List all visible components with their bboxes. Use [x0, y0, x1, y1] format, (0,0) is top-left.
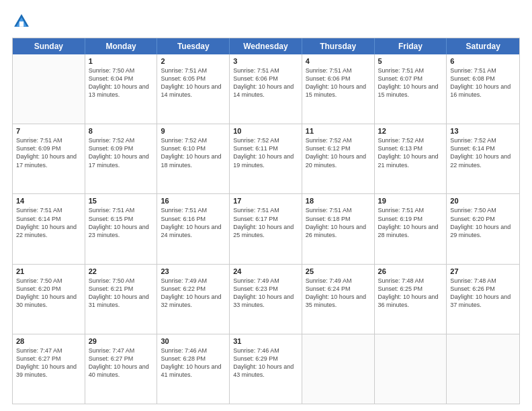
- cell-sun-info: Sunrise: 7:47 AM Sunset: 6:27 PM Dayligh…: [16, 347, 81, 379]
- weekday-header: Saturday: [447, 38, 519, 54]
- day-number: 15: [89, 197, 154, 205]
- logo: [12, 12, 34, 31]
- day-number: 3: [233, 57, 298, 65]
- cell-sun-info: Sunrise: 7:50 AM Sunset: 6:20 PM Dayligh…: [450, 206, 516, 239]
- calendar-cell: 17Sunrise: 7:51 AM Sunset: 6:17 PM Dayli…: [230, 194, 302, 263]
- day-number: 18: [306, 197, 371, 205]
- cell-sun-info: Sunrise: 7:51 AM Sunset: 6:08 PM Dayligh…: [450, 66, 516, 99]
- day-number: 14: [16, 197, 81, 205]
- calendar-cell: 23Sunrise: 7:49 AM Sunset: 6:22 PM Dayli…: [157, 265, 230, 334]
- cell-sun-info: Sunrise: 7:50 AM Sunset: 6:21 PM Dayligh…: [89, 277, 154, 310]
- calendar-row: 28Sunrise: 7:47 AM Sunset: 6:27 PM Dayli…: [13, 334, 519, 404]
- day-number: 21: [16, 267, 81, 275]
- cell-sun-info: Sunrise: 7:49 AM Sunset: 6:24 PM Dayligh…: [306, 277, 371, 310]
- calendar-cell: 27Sunrise: 7:48 AM Sunset: 6:26 PM Dayli…: [447, 265, 519, 334]
- calendar-cell: 29Sunrise: 7:47 AM Sunset: 6:27 PM Dayli…: [85, 334, 158, 404]
- calendar-cell: [302, 334, 375, 404]
- calendar-cell: 15Sunrise: 7:51 AM Sunset: 6:15 PM Dayli…: [85, 194, 158, 263]
- day-number: 8: [89, 127, 154, 135]
- cell-sun-info: Sunrise: 7:51 AM Sunset: 6:16 PM Dayligh…: [161, 206, 226, 239]
- page: SundayMondayTuesdayWednesdayThursdayFrid…: [0, 0, 532, 411]
- day-number: 13: [450, 127, 516, 135]
- day-number: 19: [378, 197, 443, 205]
- calendar-cell: 31Sunrise: 7:46 AM Sunset: 6:29 PM Dayli…: [230, 334, 302, 404]
- weekday-header: Thursday: [302, 38, 375, 54]
- day-number: 17: [233, 197, 298, 205]
- calendar-cell: 4Sunrise: 7:51 AM Sunset: 6:06 PM Daylig…: [302, 54, 375, 124]
- calendar-cell: [447, 334, 519, 404]
- cell-sun-info: Sunrise: 7:52 AM Sunset: 6:11 PM Dayligh…: [233, 136, 298, 169]
- cell-sun-info: Sunrise: 7:51 AM Sunset: 6:09 PM Dayligh…: [16, 136, 81, 169]
- weekday-header: Wednesday: [230, 38, 302, 54]
- cell-sun-info: Sunrise: 7:51 AM Sunset: 6:14 PM Dayligh…: [16, 206, 81, 239]
- calendar-row: 7Sunrise: 7:51 AM Sunset: 6:09 PM Daylig…: [13, 124, 519, 193]
- cell-sun-info: Sunrise: 7:51 AM Sunset: 6:17 PM Dayligh…: [233, 206, 298, 239]
- day-number: 4: [306, 57, 371, 65]
- weekday-header: Sunday: [13, 38, 85, 54]
- day-number: 31: [233, 337, 298, 345]
- day-number: 29: [89, 337, 154, 345]
- day-number: 20: [450, 197, 516, 205]
- cell-sun-info: Sunrise: 7:51 AM Sunset: 6:06 PM Dayligh…: [233, 66, 298, 99]
- calendar-cell: 6Sunrise: 7:51 AM Sunset: 6:08 PM Daylig…: [447, 54, 519, 124]
- cell-sun-info: Sunrise: 7:51 AM Sunset: 6:06 PM Dayligh…: [306, 66, 371, 99]
- day-number: 6: [450, 57, 516, 65]
- calendar-cell: 25Sunrise: 7:49 AM Sunset: 6:24 PM Dayli…: [302, 265, 375, 334]
- day-number: 24: [233, 267, 298, 275]
- cell-sun-info: Sunrise: 7:52 AM Sunset: 6:12 PM Dayligh…: [306, 136, 371, 169]
- calendar-cell: 7Sunrise: 7:51 AM Sunset: 6:09 PM Daylig…: [13, 124, 85, 193]
- cell-sun-info: Sunrise: 7:51 AM Sunset: 6:18 PM Dayligh…: [306, 206, 371, 239]
- day-number: 22: [89, 267, 154, 275]
- calendar-cell: 26Sunrise: 7:48 AM Sunset: 6:25 PM Dayli…: [375, 265, 447, 334]
- day-number: 10: [233, 127, 298, 135]
- cell-sun-info: Sunrise: 7:47 AM Sunset: 6:27 PM Dayligh…: [89, 347, 154, 379]
- day-number: 2: [161, 57, 226, 65]
- calendar-cell: 22Sunrise: 7:50 AM Sunset: 6:21 PM Dayli…: [85, 265, 158, 334]
- cell-sun-info: Sunrise: 7:52 AM Sunset: 6:10 PM Dayligh…: [161, 136, 226, 169]
- day-number: 23: [161, 267, 226, 275]
- calendar-cell: 13Sunrise: 7:52 AM Sunset: 6:14 PM Dayli…: [447, 124, 519, 193]
- cell-sun-info: Sunrise: 7:52 AM Sunset: 6:14 PM Dayligh…: [450, 136, 516, 169]
- calendar-cell: 11Sunrise: 7:52 AM Sunset: 6:12 PM Dayli…: [302, 124, 375, 193]
- cell-sun-info: Sunrise: 7:50 AM Sunset: 6:04 PM Dayligh…: [89, 66, 154, 99]
- cell-sun-info: Sunrise: 7:52 AM Sunset: 6:13 PM Dayligh…: [378, 136, 443, 169]
- calendar-cell: 14Sunrise: 7:51 AM Sunset: 6:14 PM Dayli…: [13, 194, 85, 263]
- calendar-body: 1Sunrise: 7:50 AM Sunset: 6:04 PM Daylig…: [13, 54, 519, 404]
- day-number: 16: [161, 197, 226, 205]
- weekday-header: Tuesday: [157, 38, 230, 54]
- cell-sun-info: Sunrise: 7:48 AM Sunset: 6:25 PM Dayligh…: [378, 277, 443, 310]
- day-number: 25: [306, 267, 371, 275]
- calendar-header: SundayMondayTuesdayWednesdayThursdayFrid…: [13, 38, 519, 54]
- day-number: 30: [161, 337, 226, 345]
- calendar-cell: 5Sunrise: 7:51 AM Sunset: 6:07 PM Daylig…: [375, 54, 447, 124]
- cell-sun-info: Sunrise: 7:46 AM Sunset: 6:29 PM Dayligh…: [233, 347, 298, 379]
- calendar-cell: 21Sunrise: 7:50 AM Sunset: 6:20 PM Dayli…: [13, 265, 85, 334]
- calendar-row: 14Sunrise: 7:51 AM Sunset: 6:14 PM Dayli…: [13, 193, 519, 263]
- calendar-cell: 8Sunrise: 7:52 AM Sunset: 6:09 PM Daylig…: [85, 124, 158, 193]
- day-number: 1: [89, 57, 154, 65]
- cell-sun-info: Sunrise: 7:52 AM Sunset: 6:09 PM Dayligh…: [89, 136, 154, 169]
- day-number: 7: [16, 127, 81, 135]
- day-number: 5: [378, 57, 443, 65]
- cell-sun-info: Sunrise: 7:46 AM Sunset: 6:28 PM Dayligh…: [161, 347, 226, 379]
- calendar-cell: 10Sunrise: 7:52 AM Sunset: 6:11 PM Dayli…: [230, 124, 302, 193]
- logo-icon: [12, 12, 31, 31]
- cell-sun-info: Sunrise: 7:50 AM Sunset: 6:20 PM Dayligh…: [16, 277, 81, 310]
- day-number: 28: [16, 337, 81, 345]
- svg-rect-2: [19, 21, 24, 27]
- day-number: 27: [450, 267, 516, 275]
- calendar: SundayMondayTuesdayWednesdayThursdayFrid…: [12, 38, 520, 404]
- calendar-cell: 16Sunrise: 7:51 AM Sunset: 6:16 PM Dayli…: [157, 194, 230, 263]
- weekday-header: Monday: [85, 38, 158, 54]
- calendar-cell: [13, 54, 85, 124]
- calendar-cell: 20Sunrise: 7:50 AM Sunset: 6:20 PM Dayli…: [447, 194, 519, 263]
- calendar-cell: [375, 334, 447, 404]
- day-number: 11: [306, 127, 371, 135]
- day-number: 9: [161, 127, 226, 135]
- calendar-cell: 28Sunrise: 7:47 AM Sunset: 6:27 PM Dayli…: [13, 334, 85, 404]
- calendar-cell: 1Sunrise: 7:50 AM Sunset: 6:04 PM Daylig…: [85, 54, 158, 124]
- calendar-row: 21Sunrise: 7:50 AM Sunset: 6:20 PM Dayli…: [13, 264, 519, 334]
- calendar-cell: 2Sunrise: 7:51 AM Sunset: 6:05 PM Daylig…: [157, 54, 230, 124]
- weekday-header: Friday: [375, 38, 447, 54]
- calendar-cell: 30Sunrise: 7:46 AM Sunset: 6:28 PM Dayli…: [157, 334, 230, 404]
